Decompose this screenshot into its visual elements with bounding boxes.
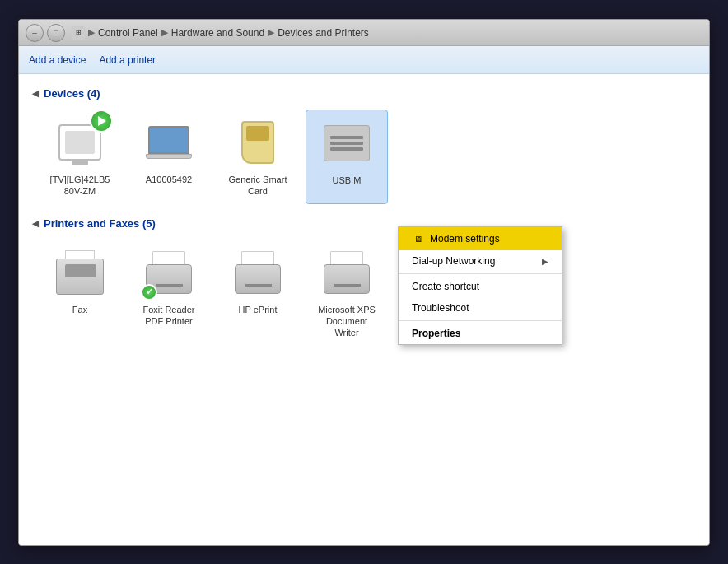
main-content: ◀ Devices (4) [TV][LG]42LB580V-ZM <box>19 74 709 545</box>
printer-label-foxit: Foxit ReaderPDF Printer <box>143 304 195 328</box>
devices-arrow-icon: ◀ <box>32 89 39 98</box>
printers-section-label: Printers and Faxes (5) <box>44 217 156 230</box>
nav-icon: ⊞ <box>72 26 85 40</box>
printers-arrow-icon: ◀ <box>32 219 39 228</box>
tv-icon <box>54 116 106 169</box>
main-window: – □ ⊞ ▶ Control Panel ▶ Hardware and Sou… <box>18 19 710 546</box>
devices-section-label: Devices (4) <box>44 87 100 100</box>
device-label-usb: USB M <box>333 175 362 186</box>
modem-settings-icon: 🖥 <box>412 232 425 245</box>
title-bar: – □ ⊞ ▶ Control Panel ▶ Hardware and Sou… <box>19 20 709 46</box>
breadcrumb-item-3[interactable]: Devices and Printers <box>278 27 369 39</box>
device-label-tv: [TV][LG]42LB580V-ZM <box>50 174 110 198</box>
add-device-button[interactable]: Add a device <box>29 54 86 66</box>
menu-separator-2 <box>399 320 562 321</box>
device-item-tv[interactable]: [TV][LG]42LB580V-ZM <box>39 110 121 204</box>
usb-modem-icon <box>320 117 373 170</box>
printer-item-fax[interactable]: Fax <box>39 240 121 346</box>
device-item-usb[interactable]: USB M <box>306 110 388 204</box>
menu-item-properties-label: Properties <box>412 328 460 339</box>
device-item-laptop[interactable]: A10005492 <box>128 110 210 204</box>
xps-printer-icon <box>320 246 373 299</box>
minimize-button[interactable]: – <box>26 24 44 42</box>
printer-label-hpeprint: HP ePrint <box>239 304 278 315</box>
smartcard-icon <box>231 116 284 169</box>
devices-grid: [TV][LG]42LB580V-ZM A10005492 Generic Sm… <box>32 110 696 204</box>
menu-item-troubleshoot[interactable]: Troubleshoot <box>399 297 562 319</box>
breadcrumb-item-1[interactable]: Control Panel <box>98 27 158 39</box>
menu-item-dialup[interactable]: Dial-up Networking ▶ <box>399 250 562 272</box>
add-printer-button[interactable]: Add a printer <box>99 54 156 66</box>
default-printer-badge: ✓ <box>141 284 157 301</box>
breadcrumb-item-2[interactable]: Hardware and Sound <box>171 27 264 39</box>
printer-label-xps: Microsoft XPSDocumentWriter <box>318 304 376 339</box>
printers-grid: Fax ✓ Foxit ReaderPDF Printer <box>32 240 696 346</box>
menu-item-modem-settings[interactable]: 🖥 Modem settings <box>399 227 562 250</box>
laptop-icon <box>142 116 195 169</box>
play-overlay-icon <box>90 110 113 133</box>
device-label-smartcard: Generic SmartCard <box>229 174 287 198</box>
printer-label-fax: Fax <box>72 304 87 315</box>
window-controls: – □ <box>26 24 65 42</box>
menu-item-create-shortcut[interactable]: Create shortcut <box>399 276 562 297</box>
toolbar: Add a device Add a printer <box>19 46 709 74</box>
menu-item-dialup-label: Dial-up Networking <box>412 255 495 267</box>
breadcrumb: ⊞ ▶ Control Panel ▶ Hardware and Sound ▶… <box>72 26 702 40</box>
fax-icon <box>54 246 106 299</box>
device-label-laptop: A10005492 <box>146 174 192 185</box>
menu-item-troubleshoot-label: Troubleshoot <box>412 302 469 314</box>
context-menu: 🖥 Modem settings Dial-up Networking ▶ Cr… <box>398 226 562 345</box>
menu-item-create-shortcut-label: Create shortcut <box>412 281 479 292</box>
maximize-button[interactable]: □ <box>47 24 65 42</box>
menu-separator-1 <box>399 273 562 274</box>
device-item-smartcard[interactable]: Generic SmartCard <box>217 110 299 204</box>
printer-item-hpeprint[interactable]: HP ePrint <box>217 240 299 346</box>
hpeprint-icon <box>231 246 284 299</box>
printers-section-header: ◀ Printers and Faxes (5) <box>32 217 696 230</box>
submenu-arrow-icon: ▶ <box>542 257 548 266</box>
devices-section-header: ◀ Devices (4) <box>32 87 696 100</box>
foxit-printer-icon: ✓ <box>142 246 195 299</box>
menu-item-modem-settings-label: Modem settings <box>430 233 500 245</box>
printer-item-foxit[interactable]: ✓ Foxit ReaderPDF Printer <box>128 240 210 346</box>
menu-item-properties[interactable]: Properties <box>399 323 562 344</box>
printer-item-xps[interactable]: Microsoft XPSDocumentWriter <box>306 240 388 346</box>
